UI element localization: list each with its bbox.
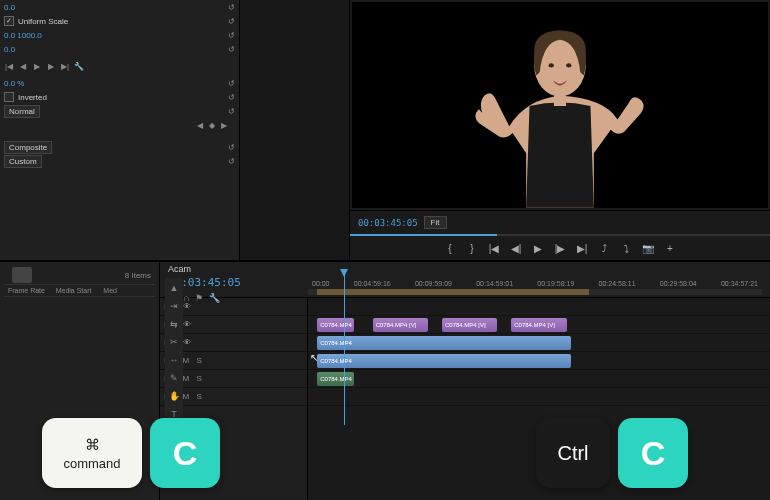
step-fwd-button[interactable]: |▶ <box>553 241 567 255</box>
command-label: command <box>63 456 120 471</box>
video-clip[interactable]: C0784.MP4 [V] <box>373 318 428 332</box>
video-clip[interactable]: C0784.MP4 <box>317 318 354 332</box>
go-in-icon[interactable]: |◀ <box>487 241 501 255</box>
reset-icon[interactable] <box>228 143 235 152</box>
custom-dropdown[interactable]: Custom <box>4 155 42 168</box>
mute-icon[interactable]: M <box>183 356 193 366</box>
reset-icon[interactable] <box>228 45 235 54</box>
command-symbol: ⌘ <box>85 436 100 454</box>
shortcut-mac: ⌘ command C <box>42 418 220 488</box>
playhead[interactable] <box>344 269 345 425</box>
pen-tool[interactable]: ✎ <box>167 370 181 386</box>
anchor-value[interactable]: 0.0 <box>4 45 15 54</box>
mute-icon[interactable]: M <box>183 392 193 402</box>
audio-clip-selected[interactable]: C0784.MP4 <box>317 354 571 368</box>
mark-out-icon[interactable]: } <box>465 241 479 255</box>
bin-icon[interactable] <box>12 267 32 283</box>
rotation-value[interactable]: 0.0 1000.0 <box>4 31 42 40</box>
track-select-tool[interactable]: ⇥ <box>167 298 181 314</box>
eye-icon[interactable]: 👁 <box>183 320 193 330</box>
reset-icon[interactable] <box>228 31 235 40</box>
slip-tool[interactable]: ↔ <box>167 352 181 368</box>
reset-icon[interactable] <box>228 157 235 166</box>
ripple-tool[interactable]: ⇆ <box>167 316 181 332</box>
ctrl-key: Ctrl <box>536 418 610 488</box>
c-key: C <box>150 418 220 488</box>
col-mediastart[interactable]: Media Start <box>56 287 104 294</box>
step-back-icon[interactable]: ◀ <box>18 61 28 71</box>
settings-icon[interactable]: + <box>663 241 677 255</box>
razor-tool[interactable]: ✂ <box>167 334 181 350</box>
go-start-icon[interactable]: |◀ <box>4 61 14 71</box>
mark-in-icon[interactable]: { <box>443 241 457 255</box>
effects-controls-panel: 0.0 Uniform Scale 0.0 1000.0 0.0 |◀ ◀ ▶ … <box>0 0 240 260</box>
reset-icon[interactable] <box>228 93 235 102</box>
solo-icon[interactable]: S <box>197 392 207 402</box>
extract-icon[interactable]: ⤵ <box>619 241 633 255</box>
audio-clip[interactable]: C0784.MP4 <box>317 372 354 386</box>
step-back-button[interactable]: ◀| <box>509 241 523 255</box>
inverted-checkbox[interactable] <box>4 92 14 102</box>
effects-timeline-area <box>240 0 350 260</box>
inverted-label: Inverted <box>18 93 47 102</box>
blend-mode-dropdown[interactable]: Normal <box>4 105 40 118</box>
wrench-icon[interactable]: 🔧 <box>74 61 84 71</box>
keyframe-next-icon[interactable]: ▶ <box>219 120 229 130</box>
scale-value[interactable]: 0.0 <box>4 3 15 12</box>
reset-icon[interactable] <box>228 79 235 88</box>
keyframe-add-icon[interactable]: ◆ <box>207 120 217 130</box>
preview-content <box>404 18 716 208</box>
sequence-name[interactable]: Acam <box>168 264 308 274</box>
opacity-value[interactable]: 0.0 % <box>4 79 24 88</box>
cursor-icon: ↖ <box>310 352 318 363</box>
eye-icon[interactable]: 👁 <box>183 302 193 312</box>
video-clip-selected[interactable]: C0784.MP4 <box>317 336 571 350</box>
mute-icon[interactable]: M <box>183 374 193 384</box>
timeline-timecode[interactable]: 00:03:45:05 <box>168 276 308 289</box>
reset-icon[interactable] <box>228 17 235 26</box>
solo-icon[interactable]: S <box>197 374 207 384</box>
program-timecode[interactable]: 00:03:45:05 <box>358 218 418 228</box>
play-icon[interactable]: ▶ <box>32 61 42 71</box>
shortcut-win: Ctrl C <box>536 418 688 488</box>
item-count: 8 Items <box>125 271 151 280</box>
timeline-ruler[interactable]: 00:00 00:04:59:16 00:09:59:09 00:14:59:0… <box>308 264 762 295</box>
uniform-scale-label: Uniform Scale <box>18 17 68 26</box>
play-button[interactable]: ▶ <box>531 241 545 255</box>
keyframe-prev-icon[interactable]: ◀ <box>195 120 205 130</box>
svg-point-1 <box>548 64 553 68</box>
lift-icon[interactable]: ⤴ <box>597 241 611 255</box>
c-key: C <box>618 418 688 488</box>
selection-tool[interactable]: ▲ <box>167 280 181 296</box>
zoom-dropdown[interactable]: Fit <box>424 216 447 229</box>
video-clip[interactable]: C0784.MP4 [V] <box>511 318 566 332</box>
hand-tool[interactable]: ✋ <box>167 388 181 404</box>
tools-panel: ▲ ⇥ ⇆ ✂ ↔ ✎ ✋ T <box>165 278 183 424</box>
solo-icon[interactable]: S <box>197 356 207 366</box>
col-media[interactable]: Med <box>103 287 151 294</box>
video-preview[interactable] <box>352 2 768 208</box>
col-framerate[interactable]: Frame Rate <box>8 287 56 294</box>
command-key: ⌘ command <box>42 418 142 488</box>
eye-icon[interactable]: 👁 <box>183 338 193 348</box>
video-clip[interactable]: C0784.MP4 [V] <box>442 318 497 332</box>
step-fwd-icon[interactable]: ▶ <box>46 61 56 71</box>
program-monitor: 00:03:45:05 Fit { } |◀ ◀| ▶ |▶ ▶| ⤴ ⤵ 📷 … <box>350 0 770 260</box>
go-end-icon[interactable]: ▶| <box>60 61 70 71</box>
reset-icon[interactable] <box>228 3 235 12</box>
svg-point-2 <box>566 64 571 68</box>
reset-icon[interactable] <box>228 107 235 116</box>
go-out-icon[interactable]: ▶| <box>575 241 589 255</box>
composite-dropdown[interactable]: Composite <box>4 141 52 154</box>
export-frame-icon[interactable]: 📷 <box>641 241 655 255</box>
uniform-scale-checkbox[interactable] <box>4 16 14 26</box>
